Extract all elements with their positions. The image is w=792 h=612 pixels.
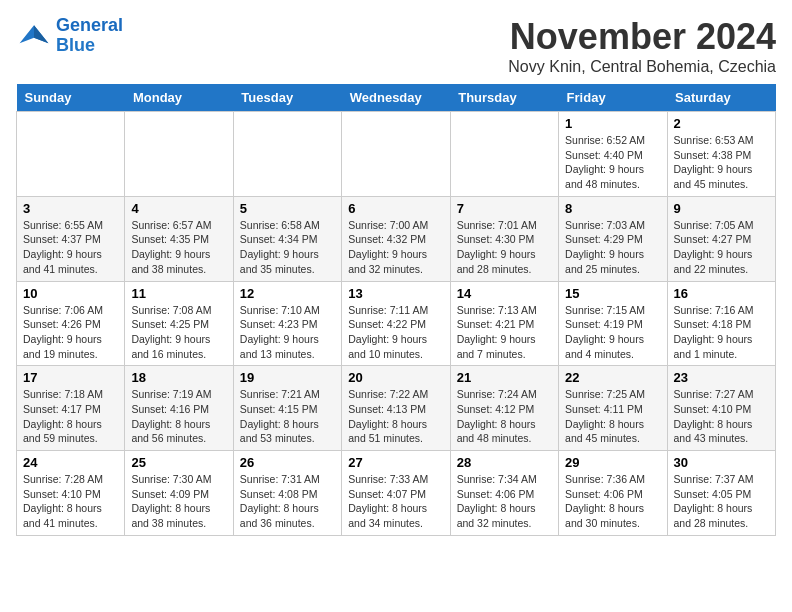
table-row: 6Sunrise: 7:00 AM Sunset: 4:32 PM Daylig… bbox=[342, 196, 450, 281]
table-row: 3Sunrise: 6:55 AM Sunset: 4:37 PM Daylig… bbox=[17, 196, 125, 281]
day-number: 20 bbox=[348, 370, 443, 385]
table-row bbox=[342, 112, 450, 197]
header-saturday: Saturday bbox=[667, 84, 775, 112]
day-number: 18 bbox=[131, 370, 226, 385]
day-number: 27 bbox=[348, 455, 443, 470]
day-info: Sunrise: 6:52 AM Sunset: 4:40 PM Dayligh… bbox=[565, 133, 660, 192]
header: General Blue November 2024 Novy Knin, Ce… bbox=[16, 16, 776, 76]
day-number: 15 bbox=[565, 286, 660, 301]
day-number: 2 bbox=[674, 116, 769, 131]
calendar-week-row: 3Sunrise: 6:55 AM Sunset: 4:37 PM Daylig… bbox=[17, 196, 776, 281]
title-area: November 2024 Novy Knin, Central Bohemia… bbox=[508, 16, 776, 76]
table-row bbox=[125, 112, 233, 197]
table-row: 10Sunrise: 7:06 AM Sunset: 4:26 PM Dayli… bbox=[17, 281, 125, 366]
day-number: 29 bbox=[565, 455, 660, 470]
table-row: 29Sunrise: 7:36 AM Sunset: 4:06 PM Dayli… bbox=[559, 451, 667, 536]
day-info: Sunrise: 7:30 AM Sunset: 4:09 PM Dayligh… bbox=[131, 472, 226, 531]
day-number: 7 bbox=[457, 201, 552, 216]
calendar-table: Sunday Monday Tuesday Wednesday Thursday… bbox=[16, 84, 776, 536]
day-info: Sunrise: 7:37 AM Sunset: 4:05 PM Dayligh… bbox=[674, 472, 769, 531]
day-info: Sunrise: 7:18 AM Sunset: 4:17 PM Dayligh… bbox=[23, 387, 118, 446]
calendar-week-row: 10Sunrise: 7:06 AM Sunset: 4:26 PM Dayli… bbox=[17, 281, 776, 366]
day-info: Sunrise: 7:19 AM Sunset: 4:16 PM Dayligh… bbox=[131, 387, 226, 446]
day-number: 16 bbox=[674, 286, 769, 301]
day-info: Sunrise: 7:28 AM Sunset: 4:10 PM Dayligh… bbox=[23, 472, 118, 531]
table-row: 20Sunrise: 7:22 AM Sunset: 4:13 PM Dayli… bbox=[342, 366, 450, 451]
calendar-week-row: 1Sunrise: 6:52 AM Sunset: 4:40 PM Daylig… bbox=[17, 112, 776, 197]
day-info: Sunrise: 7:11 AM Sunset: 4:22 PM Dayligh… bbox=[348, 303, 443, 362]
table-row: 2Sunrise: 6:53 AM Sunset: 4:38 PM Daylig… bbox=[667, 112, 775, 197]
table-row: 23Sunrise: 7:27 AM Sunset: 4:10 PM Dayli… bbox=[667, 366, 775, 451]
day-number: 19 bbox=[240, 370, 335, 385]
day-number: 9 bbox=[674, 201, 769, 216]
day-info: Sunrise: 7:36 AM Sunset: 4:06 PM Dayligh… bbox=[565, 472, 660, 531]
table-row: 13Sunrise: 7:11 AM Sunset: 4:22 PM Dayli… bbox=[342, 281, 450, 366]
calendar-week-row: 24Sunrise: 7:28 AM Sunset: 4:10 PM Dayli… bbox=[17, 451, 776, 536]
day-info: Sunrise: 7:31 AM Sunset: 4:08 PM Dayligh… bbox=[240, 472, 335, 531]
day-number: 10 bbox=[23, 286, 118, 301]
table-row: 24Sunrise: 7:28 AM Sunset: 4:10 PM Dayli… bbox=[17, 451, 125, 536]
day-number: 24 bbox=[23, 455, 118, 470]
day-info: Sunrise: 6:57 AM Sunset: 4:35 PM Dayligh… bbox=[131, 218, 226, 277]
day-info: Sunrise: 7:15 AM Sunset: 4:19 PM Dayligh… bbox=[565, 303, 660, 362]
day-number: 6 bbox=[348, 201, 443, 216]
header-thursday: Thursday bbox=[450, 84, 558, 112]
table-row: 30Sunrise: 7:37 AM Sunset: 4:05 PM Dayli… bbox=[667, 451, 775, 536]
table-row: 18Sunrise: 7:19 AM Sunset: 4:16 PM Dayli… bbox=[125, 366, 233, 451]
day-number: 11 bbox=[131, 286, 226, 301]
day-number: 30 bbox=[674, 455, 769, 470]
day-number: 4 bbox=[131, 201, 226, 216]
day-number: 28 bbox=[457, 455, 552, 470]
day-info: Sunrise: 6:53 AM Sunset: 4:38 PM Dayligh… bbox=[674, 133, 769, 192]
day-number: 13 bbox=[348, 286, 443, 301]
header-monday: Monday bbox=[125, 84, 233, 112]
day-number: 22 bbox=[565, 370, 660, 385]
table-row: 12Sunrise: 7:10 AM Sunset: 4:23 PM Dayli… bbox=[233, 281, 341, 366]
table-row: 22Sunrise: 7:25 AM Sunset: 4:11 PM Dayli… bbox=[559, 366, 667, 451]
header-tuesday: Tuesday bbox=[233, 84, 341, 112]
header-friday: Friday bbox=[559, 84, 667, 112]
day-info: Sunrise: 7:22 AM Sunset: 4:13 PM Dayligh… bbox=[348, 387, 443, 446]
table-row: 7Sunrise: 7:01 AM Sunset: 4:30 PM Daylig… bbox=[450, 196, 558, 281]
table-row: 4Sunrise: 6:57 AM Sunset: 4:35 PM Daylig… bbox=[125, 196, 233, 281]
table-row: 5Sunrise: 6:58 AM Sunset: 4:34 PM Daylig… bbox=[233, 196, 341, 281]
day-info: Sunrise: 7:00 AM Sunset: 4:32 PM Dayligh… bbox=[348, 218, 443, 277]
day-info: Sunrise: 7:33 AM Sunset: 4:07 PM Dayligh… bbox=[348, 472, 443, 531]
day-info: Sunrise: 7:01 AM Sunset: 4:30 PM Dayligh… bbox=[457, 218, 552, 277]
day-info: Sunrise: 7:25 AM Sunset: 4:11 PM Dayligh… bbox=[565, 387, 660, 446]
table-row bbox=[233, 112, 341, 197]
day-info: Sunrise: 6:58 AM Sunset: 4:34 PM Dayligh… bbox=[240, 218, 335, 277]
svg-marker-1 bbox=[34, 25, 48, 43]
day-info: Sunrise: 7:27 AM Sunset: 4:10 PM Dayligh… bbox=[674, 387, 769, 446]
logo: General Blue bbox=[16, 16, 123, 56]
day-number: 12 bbox=[240, 286, 335, 301]
table-row: 11Sunrise: 7:08 AM Sunset: 4:25 PM Dayli… bbox=[125, 281, 233, 366]
table-row: 14Sunrise: 7:13 AM Sunset: 4:21 PM Dayli… bbox=[450, 281, 558, 366]
table-row: 9Sunrise: 7:05 AM Sunset: 4:27 PM Daylig… bbox=[667, 196, 775, 281]
day-info: Sunrise: 7:24 AM Sunset: 4:12 PM Dayligh… bbox=[457, 387, 552, 446]
day-number: 25 bbox=[131, 455, 226, 470]
table-row: 16Sunrise: 7:16 AM Sunset: 4:18 PM Dayli… bbox=[667, 281, 775, 366]
day-info: Sunrise: 7:08 AM Sunset: 4:25 PM Dayligh… bbox=[131, 303, 226, 362]
logo-line2: Blue bbox=[56, 35, 95, 55]
day-info: Sunrise: 7:21 AM Sunset: 4:15 PM Dayligh… bbox=[240, 387, 335, 446]
month-title: November 2024 bbox=[508, 16, 776, 58]
day-info: Sunrise: 7:05 AM Sunset: 4:27 PM Dayligh… bbox=[674, 218, 769, 277]
table-row: 27Sunrise: 7:33 AM Sunset: 4:07 PM Dayli… bbox=[342, 451, 450, 536]
day-number: 8 bbox=[565, 201, 660, 216]
table-row: 26Sunrise: 7:31 AM Sunset: 4:08 PM Dayli… bbox=[233, 451, 341, 536]
day-number: 21 bbox=[457, 370, 552, 385]
table-row bbox=[17, 112, 125, 197]
table-row: 25Sunrise: 7:30 AM Sunset: 4:09 PM Dayli… bbox=[125, 451, 233, 536]
day-info: Sunrise: 7:13 AM Sunset: 4:21 PM Dayligh… bbox=[457, 303, 552, 362]
day-number: 23 bbox=[674, 370, 769, 385]
table-row: 1Sunrise: 6:52 AM Sunset: 4:40 PM Daylig… bbox=[559, 112, 667, 197]
day-number: 1 bbox=[565, 116, 660, 131]
table-row: 8Sunrise: 7:03 AM Sunset: 4:29 PM Daylig… bbox=[559, 196, 667, 281]
day-number: 17 bbox=[23, 370, 118, 385]
logo-icon bbox=[16, 18, 52, 54]
day-info: Sunrise: 7:03 AM Sunset: 4:29 PM Dayligh… bbox=[565, 218, 660, 277]
day-number: 5 bbox=[240, 201, 335, 216]
day-number: 26 bbox=[240, 455, 335, 470]
table-row: 28Sunrise: 7:34 AM Sunset: 4:06 PM Dayli… bbox=[450, 451, 558, 536]
